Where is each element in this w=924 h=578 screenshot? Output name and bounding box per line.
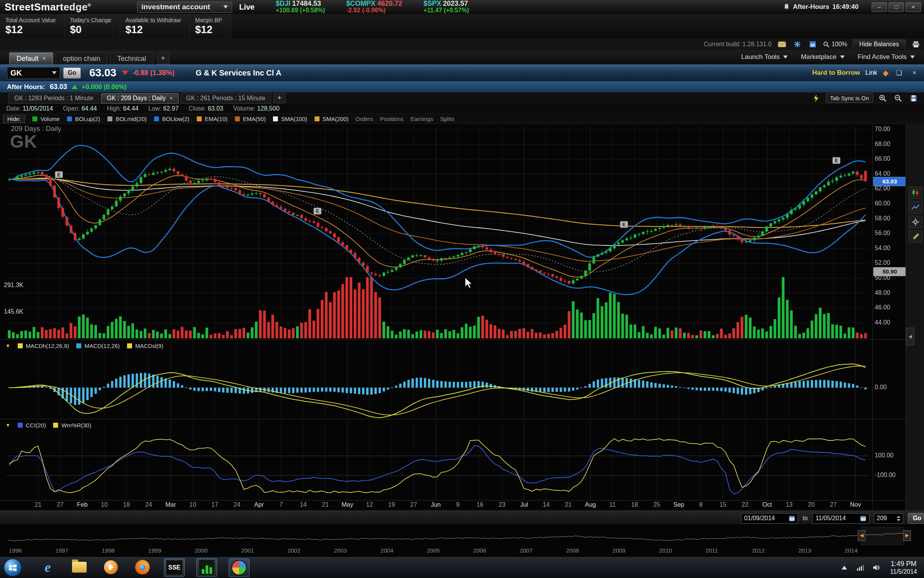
- ohlc-info-line: Date: 11/05/2014Open: 64.44High: 64.44Lo…: [0, 104, 924, 113]
- legend-item[interactable]: BOLmid(20): [107, 116, 147, 122]
- legend-item[interactable]: Earnings: [410, 116, 433, 122]
- layout-tab[interactable]: option chain: [55, 52, 107, 64]
- x-axis-label: 7: [271, 501, 291, 508]
- media-player-icon[interactable]: [101, 558, 121, 576]
- legend-item[interactable]: Wm%R(30): [53, 422, 91, 428]
- legend-item[interactable]: MACDsl(9): [127, 343, 163, 349]
- collapse-icon[interactable]: ▼: [5, 343, 10, 349]
- chart-tab[interactable]: GK : 209 Days : Daily ×: [101, 93, 178, 104]
- close-icon[interactable]: ×: [42, 55, 46, 62]
- go-button[interactable]: Go: [63, 67, 81, 79]
- maximize-button[interactable]: □: [889, 2, 904, 12]
- taskbar-clock[interactable]: 1:49 PM 11/5/2014: [890, 560, 917, 576]
- streetsmart-edge-taskbar-icon[interactable]: SSE: [164, 558, 185, 577]
- macd-panel[interactable]: [0, 341, 924, 418]
- legend-item[interactable]: MACD(12,26): [76, 343, 120, 349]
- x-axis-label: Jul: [514, 501, 534, 508]
- chart-tab[interactable]: GK : 1283 Periods : 1 Minute: [8, 93, 99, 104]
- add-layout-tab-button[interactable]: +: [157, 53, 169, 64]
- start-button[interactable]: [4, 559, 22, 576]
- toolbar-dropdown[interactable]: Find Active Tools: [854, 52, 919, 62]
- last-price-axis-badge: 63.03: [873, 177, 906, 186]
- price-axis-label: 68.00: [875, 141, 890, 148]
- zoom-out-icon[interactable]: [892, 94, 904, 103]
- file-explorer-icon[interactable]: [69, 558, 89, 576]
- overview-chart[interactable]: [0, 525, 924, 547]
- link-diamond-icon[interactable]: ◆: [883, 68, 889, 77]
- x-axis-label: 10: [94, 501, 114, 508]
- from-date-input[interactable]: 01/09/2014: [741, 513, 798, 524]
- legend-item[interactable]: SMA(100): [273, 116, 307, 122]
- svg-text:E: E: [316, 208, 319, 214]
- to-date-input[interactable]: 11/05/2014: [812, 513, 869, 524]
- overview-year-label: 2004: [378, 547, 396, 554]
- legend-item[interactable]: Volume: [32, 116, 60, 122]
- symbol-input[interactable]: GK: [7, 67, 60, 79]
- cci-panel[interactable]: [0, 420, 924, 500]
- close-icon[interactable]: ×: [169, 95, 172, 101]
- ui-zoom-control[interactable]: 100%: [823, 41, 847, 48]
- hide-balances-button[interactable]: Hide Balances: [853, 39, 906, 49]
- chart-tab[interactable]: GK : 261 Periods : 15 Minute: [181, 93, 271, 104]
- legend-item[interactable]: EMA(50): [234, 116, 266, 122]
- layout-tab[interactable]: Default ×: [9, 52, 53, 64]
- zoom-in-icon[interactable]: [877, 94, 889, 103]
- security-name: G & K Services Inc Cl A: [196, 69, 281, 77]
- add-chart-tab-button[interactable]: +: [273, 93, 286, 103]
- chart-app-icon[interactable]: [196, 558, 217, 577]
- studies-icon[interactable]: [909, 201, 922, 213]
- snowflake-icon[interactable]: [792, 40, 802, 49]
- spinner-icons[interactable]: [897, 516, 901, 521]
- overview-year-label: 2008: [563, 547, 582, 554]
- x-axis-label: 8: [691, 501, 711, 508]
- layout-tab[interactable]: Technical: [110, 52, 153, 64]
- price-chart[interactable]: EEEE: [0, 123, 924, 340]
- legend-item[interactable]: Positions: [380, 116, 403, 122]
- overview-year-label: 2002: [285, 547, 303, 554]
- legend-item[interactable]: Splits: [440, 116, 454, 122]
- internet-explorer-icon[interactable]: e: [38, 558, 58, 576]
- app-grid-icon[interactable]: [808, 40, 818, 49]
- mail-icon[interactable]: [777, 40, 787, 49]
- range-slider-left-handle[interactable]: ◀: [858, 530, 865, 541]
- minimize-button[interactable]: –: [872, 2, 887, 12]
- legend-item[interactable]: EMA(10): [196, 116, 228, 122]
- ohlc-field: Date: 11/05/2014: [6, 105, 53, 112]
- tab-sync-button[interactable]: Tab Sync is On: [826, 93, 873, 103]
- network-icon[interactable]: [855, 563, 865, 572]
- pinwheel-app-icon[interactable]: [229, 558, 249, 577]
- legend-item[interactable]: Orders: [355, 116, 373, 122]
- drawing-tools-icon[interactable]: [909, 230, 922, 243]
- toolbar-dropdown[interactable]: Launch Tools: [737, 52, 792, 62]
- print-icon[interactable]: [911, 40, 921, 49]
- account-selector[interactable]: investment account: [137, 2, 232, 13]
- link-label[interactable]: Link: [865, 69, 877, 77]
- speaker-icon[interactable]: [872, 563, 882, 572]
- popout-icon[interactable]: ❏: [894, 69, 904, 77]
- collapse-icon[interactable]: ▼: [5, 422, 10, 428]
- periods-stepper[interactable]: 209: [874, 513, 903, 524]
- range-go-button[interactable]: Go: [908, 513, 924, 524]
- save-icon[interactable]: [908, 94, 919, 103]
- legend-item[interactable]: MACDh(12,26,9): [17, 343, 69, 349]
- legend-item[interactable]: BOLlow(2): [154, 116, 189, 122]
- collapse-strip-arrow[interactable]: ◀: [906, 328, 914, 345]
- close-panel-icon[interactable]: ×: [909, 69, 919, 77]
- toolbar-dropdown[interactable]: Marketplace: [797, 52, 849, 62]
- chart-type-icon[interactable]: [909, 187, 922, 199]
- x-axis-label: 21: [558, 501, 578, 508]
- settings-gear-icon[interactable]: [909, 216, 922, 228]
- firefox-icon[interactable]: [132, 558, 152, 576]
- hide-studies-button[interactable]: Hide:: [3, 115, 25, 123]
- tray-expand-icon[interactable]: [839, 563, 849, 572]
- flash-icon[interactable]: [810, 94, 822, 103]
- legend-item[interactable]: CCI(20): [17, 422, 46, 428]
- legend-item[interactable]: BOLup(2): [67, 116, 100, 122]
- after-hours-label: After Hours:: [7, 83, 45, 91]
- market-index: $DJI 17484.53 +100.69 (+0.58%): [276, 0, 325, 14]
- overview-year-label: 1996: [6, 547, 25, 554]
- session-clock: After-Hours16:49:40: [783, 0, 859, 14]
- close-button[interactable]: ×: [906, 2, 921, 12]
- legend-item[interactable]: SMA(200): [314, 116, 349, 122]
- range-slider-right-handle[interactable]: ▶: [903, 530, 911, 541]
